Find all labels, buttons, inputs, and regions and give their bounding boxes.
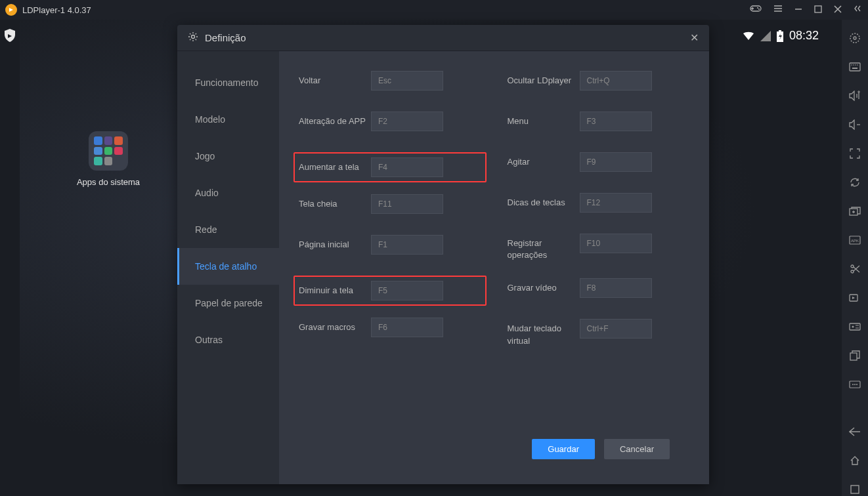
close-button[interactable] <box>834 4 842 16</box>
shortcut-input[interactable] <box>371 157 443 177</box>
dialog-footer: Guardar Cancelar <box>299 427 689 471</box>
more-icon[interactable] <box>848 378 861 391</box>
volume-up-icon[interactable] <box>848 89 861 102</box>
battery-icon <box>776 30 784 42</box>
app-logo <box>5 4 17 16</box>
shortcut-row: Página inicial <box>299 235 481 258</box>
svg-point-7 <box>850 33 859 43</box>
svg-point-6 <box>192 35 195 38</box>
gamepad-icon[interactable] <box>750 4 762 16</box>
shortcut-input[interactable] <box>580 152 652 172</box>
shortcut-row: Voltar <box>299 71 481 94</box>
shortcut-label: Dicas de teclas <box>508 193 580 209</box>
shortcut-row: Alteração de APP <box>299 112 481 135</box>
svg-rect-9 <box>850 63 860 71</box>
keyboard-icon[interactable] <box>848 60 861 73</box>
svg-point-27 <box>856 384 857 385</box>
gear-icon <box>188 31 198 45</box>
shortcut-row: Registrar operações <box>508 234 690 261</box>
shortcut-label: Agitar <box>508 152 580 168</box>
shortcut-input[interactable] <box>371 112 443 131</box>
shortcut-input[interactable] <box>580 71 652 91</box>
wifi-icon <box>742 31 755 41</box>
nav-item-modelo[interactable]: Modelo <box>177 101 279 138</box>
shortcut-row: Ocultar LDplayer <box>508 71 690 94</box>
svg-rect-3 <box>815 6 821 12</box>
svg-point-11 <box>853 64 854 66</box>
window-title: LDPlayer-1 4.0.37 <box>22 5 750 15</box>
shortcut-label: Alteração de APP <box>299 112 371 127</box>
shortcut-row: Gravar vídeo <box>508 278 690 302</box>
dialog-nav: Funcionamento Modelo Jogo Audio Rede Tec… <box>177 51 279 484</box>
shortcut-input[interactable] <box>580 112 652 131</box>
nav-item-jogo[interactable]: Jogo <box>177 138 279 175</box>
svg-point-8 <box>854 37 856 39</box>
nav-item-outras[interactable]: Outras <box>177 321 279 358</box>
shortcut-input[interactable] <box>580 319 652 339</box>
volume-down-icon[interactable] <box>848 118 861 131</box>
nav-item-tecla-de-atalho[interactable]: Tecla de atalho <box>177 248 279 285</box>
dialog-close-button[interactable]: ✕ <box>690 31 699 44</box>
shortcut-row: Menu <box>508 112 690 135</box>
svg-point-2 <box>758 9 760 10</box>
shield-icon[interactable] <box>4 29 16 42</box>
shortcut-row: Diminuir a tela <box>293 276 487 306</box>
scissors-icon[interactable] <box>848 262 861 276</box>
shortcut-input[interactable] <box>580 234 652 253</box>
svg-point-22 <box>852 326 854 328</box>
svg-point-18 <box>851 265 854 268</box>
sync-icon[interactable] <box>848 176 861 189</box>
menu-icon[interactable] <box>773 4 783 16</box>
desktop-app-icon[interactable]: Apps do sistema <box>76 131 141 187</box>
android-status-bar: 08:32 <box>742 29 819 43</box>
multi-instance-icon[interactable] <box>848 205 861 218</box>
collapse-sidebar-icon[interactable] <box>854 4 863 16</box>
shortcut-input[interactable] <box>580 278 652 298</box>
nav-item-funcionamento[interactable]: Funcionamento <box>177 64 279 101</box>
dialog-header: Definição ✕ <box>177 25 709 51</box>
shortcut-input[interactable] <box>580 193 652 213</box>
shortcut-input[interactable] <box>371 71 443 91</box>
svg-point-1 <box>757 7 758 9</box>
signal-icon <box>760 31 771 41</box>
shortcut-label: Gravar macros <box>299 318 371 333</box>
operation-record-icon[interactable] <box>848 320 861 333</box>
settings-dialog: Definição ✕ Funcionamento Modelo Jogo Au… <box>177 25 709 484</box>
shortcut-input[interactable] <box>371 318 443 337</box>
left-sidebar <box>0 20 20 496</box>
save-button[interactable]: Guardar <box>532 439 595 459</box>
shortcut-label: Gravar vídeo <box>508 278 580 294</box>
copy-icon[interactable] <box>848 349 861 362</box>
shortcut-row: Aumentar a tela <box>293 152 487 182</box>
recent-icon[interactable] <box>848 483 861 496</box>
svg-rect-23 <box>850 353 857 360</box>
shortcut-label: Página inicial <box>299 235 371 251</box>
desktop-app-label: Apps do sistema <box>76 177 141 187</box>
svg-rect-21 <box>850 323 860 330</box>
cancel-button[interactable]: Cancelar <box>604 439 670 459</box>
shortcut-input[interactable] <box>371 194 443 214</box>
fullscreen-icon[interactable] <box>848 147 861 160</box>
svg-point-12 <box>855 64 856 66</box>
maximize-button[interactable] <box>814 4 822 16</box>
back-icon[interactable] <box>848 425 861 438</box>
nav-item-audio[interactable]: Audio <box>177 175 279 211</box>
apk-icon[interactable]: APK <box>848 234 861 247</box>
shortcut-input[interactable] <box>371 235 443 255</box>
nav-item-papel-de-parede[interactable]: Papel de parede <box>177 285 279 321</box>
home-icon[interactable] <box>848 454 861 467</box>
shortcut-row: Agitar <box>508 152 690 176</box>
svg-point-10 <box>851 64 852 66</box>
shortcut-label: Menu <box>508 112 580 127</box>
shortcut-input[interactable] <box>371 281 443 300</box>
svg-rect-28 <box>851 486 859 493</box>
settings-wheel-icon[interactable] <box>848 31 861 45</box>
dialog-title: Definição <box>205 32 690 43</box>
window-titlebar: LDPlayer-1 4.0.37 <box>0 0 868 20</box>
nav-item-rede[interactable]: Rede <box>177 211 279 248</box>
svg-text:APK: APK <box>851 239 859 243</box>
svg-point-25 <box>852 384 854 385</box>
shortcut-row: Tela cheia <box>299 194 481 218</box>
minimize-button[interactable] <box>794 4 802 16</box>
video-record-icon[interactable] <box>848 291 861 304</box>
